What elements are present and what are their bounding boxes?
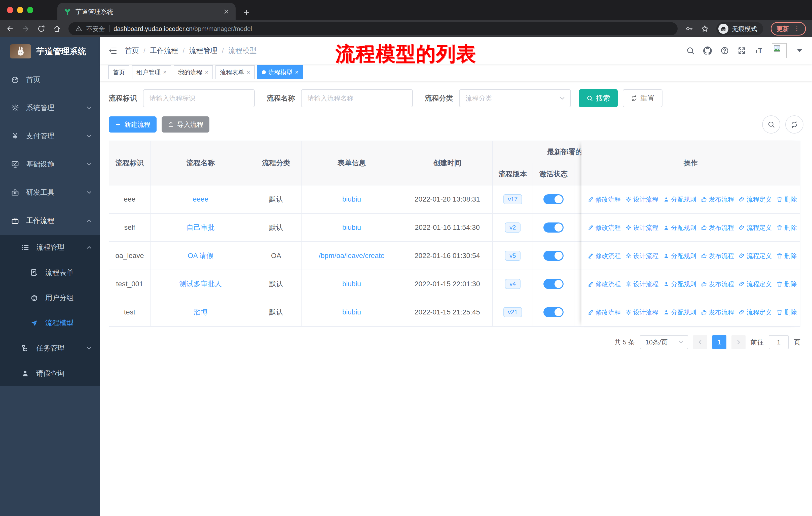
- browser-menu-icon[interactable]: [794, 25, 800, 32]
- page-size-select[interactable]: 10条/页: [640, 335, 688, 349]
- sidebar-item-系统管理[interactable]: 系统管理: [0, 94, 100, 122]
- window-zoom-button[interactable]: [27, 7, 33, 13]
- process-name-link[interactable]: 测试多审批人: [179, 279, 222, 289]
- import-process-button[interactable]: 导入流程: [162, 116, 209, 133]
- sidebar-item-基础设施[interactable]: 基础设施: [0, 150, 100, 179]
- sidebar-item-工作流程[interactable]: 工作流程: [0, 207, 100, 235]
- process-name-input[interactable]: [301, 89, 413, 107]
- show-search-button[interactable]: [762, 115, 780, 134]
- action-流程定义[interactable]: 流程定义: [738, 252, 772, 260]
- tab-close-icon[interactable]: [223, 8, 230, 15]
- sidebar-item-支付管理[interactable]: 支付管理: [0, 122, 100, 150]
- reset-button[interactable]: 重置: [623, 89, 663, 107]
- forward-button[interactable]: [22, 25, 30, 33]
- action-设计流程[interactable]: 设计流程: [625, 252, 659, 260]
- prev-page-button[interactable]: [693, 335, 707, 349]
- action-设计流程[interactable]: 设计流程: [625, 280, 659, 288]
- form-info-link[interactable]: biubiu: [342, 308, 361, 316]
- action-发布流程[interactable]: 发布流程: [701, 308, 734, 317]
- form-info-link[interactable]: biubiu: [342, 195, 361, 203]
- tag-我的流程[interactable]: 我的流程×: [174, 65, 213, 79]
- fullscreen-icon[interactable]: [737, 46, 746, 55]
- create-process-button[interactable]: 新建流程: [109, 116, 156, 133]
- process-name-link[interactable]: eeee: [193, 195, 208, 203]
- tag-close-icon[interactable]: ×: [205, 69, 208, 75]
- action-修改流程[interactable]: 修改流程: [587, 195, 621, 203]
- process-name-link[interactable]: 滔博: [194, 307, 208, 317]
- breadcrumb-item[interactable]: 工作流程: [150, 46, 178, 55]
- tag-close-icon[interactable]: ×: [163, 69, 167, 75]
- process-key-input[interactable]: [143, 89, 255, 107]
- status-toggle[interactable]: [544, 194, 563, 204]
- sidebar-item-流程表单[interactable]: 流程表单: [0, 260, 100, 285]
- sidebar-item-任务管理[interactable]: 任务管理: [0, 335, 100, 361]
- action-分配规则[interactable]: 分配规则: [663, 195, 696, 203]
- refresh-table-button[interactable]: [785, 115, 804, 134]
- action-设计流程[interactable]: 设计流程: [625, 308, 659, 317]
- tag-首页[interactable]: 首页: [108, 65, 129, 79]
- font-size-icon[interactable]: TT: [755, 46, 763, 55]
- tag-close-icon[interactable]: ×: [295, 69, 298, 75]
- update-button[interactable]: 更新: [771, 22, 806, 35]
- action-修改流程[interactable]: 修改流程: [587, 308, 621, 317]
- avatar[interactable]: [772, 43, 787, 58]
- tag-租户管理[interactable]: 租户管理×: [132, 65, 171, 79]
- tag-close-icon[interactable]: ×: [247, 69, 250, 75]
- status-toggle[interactable]: [544, 307, 563, 317]
- breadcrumb-item[interactable]: 首页: [125, 46, 139, 55]
- sidebar-item-首页[interactable]: 首页: [0, 65, 100, 94]
- process-name-link[interactable]: 自己审批: [186, 223, 215, 232]
- action-流程定义[interactable]: 流程定义: [738, 308, 772, 317]
- breadcrumb-item[interactable]: 流程管理: [189, 46, 218, 55]
- bookmark-star-icon[interactable]: [701, 25, 709, 33]
- search-button[interactable]: 搜索: [579, 89, 618, 107]
- action-设计流程[interactable]: 设计流程: [625, 223, 659, 232]
- tag-流程表单[interactable]: 流程表单×: [215, 65, 255, 79]
- chevron-down-icon[interactable]: [795, 46, 804, 55]
- action-设计流程[interactable]: 设计流程: [625, 195, 659, 203]
- address-bar[interactable]: 不安全 dashboard.yudao.iocoder.cn/bpm/manag…: [68, 22, 677, 35]
- new-tab-button[interactable]: [243, 8, 250, 16]
- sidebar-item-流程模型[interactable]: 流程模型: [0, 310, 100, 335]
- window-close-button[interactable]: [7, 7, 13, 13]
- action-发布流程[interactable]: 发布流程: [701, 252, 734, 260]
- action-删除[interactable]: 删除: [776, 223, 797, 232]
- action-修改流程[interactable]: 修改流程: [587, 252, 621, 260]
- github-icon[interactable]: [703, 46, 712, 55]
- window-minimize-button[interactable]: [17, 7, 23, 13]
- form-info-link[interactable]: biubiu: [342, 280, 361, 288]
- sidebar-item-研发工具[interactable]: 研发工具: [0, 179, 100, 207]
- sidebar-item-流程管理[interactable]: 流程管理: [0, 235, 100, 260]
- action-修改流程[interactable]: 修改流程: [587, 280, 621, 288]
- browser-tab[interactable]: 芋道管理系统: [57, 3, 236, 20]
- action-流程定义[interactable]: 流程定义: [738, 195, 772, 203]
- tag-流程模型[interactable]: 流程模型×: [257, 65, 303, 79]
- search-icon[interactable]: [686, 46, 695, 55]
- action-分配规则[interactable]: 分配规则: [663, 280, 696, 288]
- action-发布流程[interactable]: 发布流程: [701, 280, 734, 288]
- action-发布流程[interactable]: 发布流程: [701, 223, 734, 232]
- status-toggle[interactable]: [544, 251, 563, 261]
- action-修改流程[interactable]: 修改流程: [587, 223, 621, 232]
- help-icon[interactable]: [720, 46, 729, 55]
- action-删除[interactable]: 删除: [776, 252, 797, 260]
- next-page-button[interactable]: [731, 335, 746, 349]
- action-发布流程[interactable]: 发布流程: [701, 195, 734, 203]
- action-分配规则[interactable]: 分配规则: [663, 223, 696, 232]
- back-button[interactable]: [6, 25, 14, 33]
- action-流程定义[interactable]: 流程定义: [738, 280, 772, 288]
- process-name-link[interactable]: OA 请假: [188, 251, 214, 261]
- action-流程定义[interactable]: 流程定义: [738, 223, 772, 232]
- goto-page-input[interactable]: [769, 335, 789, 349]
- form-info-link[interactable]: /bpm/oa/leave/create: [319, 252, 385, 260]
- sidebar-item-请假查询[interactable]: 请假查询: [0, 361, 100, 386]
- home-button[interactable]: [53, 25, 61, 33]
- password-key-icon[interactable]: [685, 25, 693, 33]
- page-number-button[interactable]: 1: [712, 335, 726, 349]
- sidebar-item-用户分组[interactable]: 用户分组: [0, 285, 100, 310]
- reload-button[interactable]: [37, 25, 45, 33]
- sidebar-fold-icon[interactable]: [108, 46, 117, 55]
- action-删除[interactable]: 删除: [776, 195, 797, 203]
- action-分配规则[interactable]: 分配规则: [663, 308, 696, 317]
- action-删除[interactable]: 删除: [776, 308, 797, 317]
